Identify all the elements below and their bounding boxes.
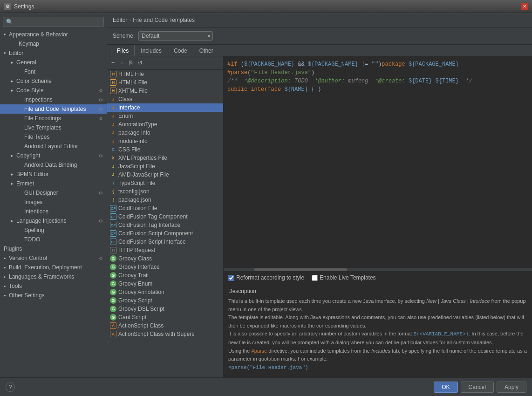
- sidebar-item-other-settings[interactable]: ▸Other Settings: [0, 291, 107, 300]
- file-item-gant-script[interactable]: GGant Script: [107, 313, 223, 321]
- file-item-xml-properties[interactable]: XXML Properties File: [107, 154, 223, 162]
- file-item-interface[interactable]: JInterface: [107, 103, 223, 112]
- sidebar-item-tools[interactable]: ▸Tools: [0, 281, 107, 291]
- reformat-checkbox-label[interactable]: Reformat according to style: [228, 274, 304, 281]
- footer-buttons: OK Cancel Apply: [434, 382, 526, 393]
- sidebar-item-appearance[interactable]: ▾Appearance & Behavior: [0, 30, 107, 39]
- main-layout: ▾Appearance & BehaviorKeymap▾Editor▸Gene…: [0, 13, 532, 377]
- file-item-actionscript-supers[interactable]: AActionScript Class with Supers: [107, 330, 223, 338]
- file-item-xhtml-file[interactable]: HXHTML File: [107, 87, 223, 95]
- sidebar-item-gui-designer[interactable]: GUI Designer⚙: [0, 188, 107, 198]
- groovy-icon: G: [110, 280, 116, 287]
- expand-icon: ▸: [4, 284, 6, 288]
- sidebar-item-spelling[interactable]: Spelling: [0, 225, 107, 235]
- sidebar-item-editor[interactable]: ▾Editor: [0, 48, 107, 58]
- sidebar-label: Languages & Frameworks: [9, 273, 74, 280]
- live-templates-checkbox[interactable]: [312, 275, 318, 281]
- add-button[interactable]: +: [109, 58, 117, 68]
- sidebar-item-language-injections[interactable]: ▸Language Injections⚙: [0, 216, 107, 225]
- sidebar-item-languages-frameworks[interactable]: ▸Languages & Frameworks: [0, 272, 107, 281]
- file-item-groovy-enum[interactable]: GGroovy Enum: [107, 280, 223, 288]
- file-item-groovy-script[interactable]: GGroovy Script: [107, 296, 223, 305]
- file-item-html-file[interactable]: HHTML File: [107, 70, 223, 78]
- file-item-groovy-dsl-script[interactable]: GGroovy DSL Script: [107, 305, 223, 313]
- sidebar-item-android-data-binding[interactable]: Android Data Binding: [0, 160, 107, 170]
- json-icon: {: [110, 188, 116, 195]
- sidebar-item-images[interactable]: Images: [0, 198, 107, 207]
- cancel-button[interactable]: Cancel: [461, 382, 494, 393]
- tab-other[interactable]: Other: [193, 45, 219, 56]
- file-item-module-info[interactable]: Jmodule-info: [107, 137, 223, 145]
- file-item-amd-javascript[interactable]: JAMD JavaScript File: [107, 171, 223, 179]
- file-item-coldfusion-tag-component[interactable]: CFColdFusion Tag Component: [107, 212, 223, 221]
- sidebar-item-build-exec-deploy[interactable]: ▸Build, Execution, Deployment: [0, 263, 107, 272]
- file-item-groovy-trait[interactable]: GGroovy Trait: [107, 271, 223, 280]
- copy-button[interactable]: ⎘: [127, 58, 135, 68]
- sidebar-item-android-layout-editor[interactable]: Android Layout Editor: [0, 142, 107, 151]
- sidebar-item-intentions[interactable]: Intentions: [0, 207, 107, 216]
- help-button[interactable]: ?: [6, 382, 15, 392]
- file-item-package-info[interactable]: Jpackage-info: [107, 129, 223, 137]
- file-item-actionscript-class[interactable]: AActionScript Class: [107, 321, 223, 330]
- sidebar-item-file-types[interactable]: File Types: [0, 132, 107, 142]
- tab-files[interactable]: Files: [111, 45, 135, 56]
- sidebar-item-font[interactable]: Font: [0, 67, 107, 76]
- groovy-icon: G: [110, 289, 116, 295]
- sidebar-item-file-encodings[interactable]: File Encodings⚙: [0, 114, 107, 123]
- reformat-checkbox[interactable]: [228, 275, 234, 281]
- file-item-javascript-file[interactable]: JJavaScript File: [107, 162, 223, 171]
- sidebar-item-color-scheme[interactable]: ▸Color Scheme: [0, 76, 107, 86]
- sidebar-item-general[interactable]: ▸General: [0, 58, 107, 67]
- sidebar-label: Version Control: [9, 255, 47, 261]
- file-item-groovy-class[interactable]: GGroovy Class: [107, 254, 223, 263]
- sidebar-label: Android Layout Editor: [24, 143, 78, 150]
- tab-code[interactable]: Code: [168, 45, 193, 56]
- sidebar-item-keymap[interactable]: Keymap: [0, 39, 107, 48]
- scheme-select[interactable]: Default Project: [138, 31, 213, 41]
- code-editor[interactable]: #if (${PACKAGE_NAME} && ${PACKAGE_NAME} …: [224, 56, 532, 267]
- file-item-coldfusion-script-interface[interactable]: CFColdFusion Script Interface: [107, 238, 223, 246]
- file-item-groovy-interface[interactable]: GGroovy Interface: [107, 263, 223, 271]
- content-area: Editor › File and Code Templates Scheme:…: [107, 13, 532, 377]
- file-item-http-request[interactable]: HHTTP Request: [107, 246, 223, 254]
- file-item-tsconfig-json[interactable]: {tsconfig.json: [107, 187, 223, 196]
- footer-left: ?: [6, 382, 15, 392]
- sidebar-label: Keymap: [19, 41, 39, 47]
- file-item-package-json[interactable]: {package.json: [107, 196, 223, 204]
- apply-button[interactable]: Apply: [497, 382, 526, 393]
- sidebar-item-inspections[interactable]: Inspections⚙: [0, 95, 107, 104]
- remove-button[interactable]: −: [118, 58, 126, 68]
- file-item-enum[interactable]: JEnum: [107, 112, 223, 120]
- sidebar-item-file-code-templates[interactable]: File and Code Templates⚙: [0, 104, 107, 114]
- sidebar-item-live-templates[interactable]: Live Templates: [0, 123, 107, 132]
- close-button[interactable]: ✕: [521, 3, 528, 10]
- file-item-html4-file[interactable]: HHTML4 File: [107, 78, 223, 87]
- file-item-groovy-annotation[interactable]: GGroovy Annotation: [107, 288, 223, 296]
- file-item-typescript-file[interactable]: TTypeScript File: [107, 179, 223, 187]
- file-item-coldfusion-file[interactable]: CFColdFusion File: [107, 204, 223, 212]
- groovy-icon: G: [110, 314, 116, 321]
- ok-button[interactable]: OK: [434, 382, 457, 393]
- reset-button[interactable]: ↺: [136, 58, 145, 68]
- sidebar-item-code-style[interactable]: ▸Code Style⚙: [0, 86, 107, 95]
- file-label: Groovy Script: [118, 297, 152, 304]
- sidebar-item-bpmn-editor[interactable]: ▸BPMN Editor: [0, 170, 107, 179]
- file-item-coldfusion-tag-interface[interactable]: CFColdFusion Tag Interface: [107, 221, 223, 229]
- sidebar-item-todo[interactable]: TODO: [0, 235, 107, 244]
- live-templates-checkbox-label[interactable]: Enable Live Templates: [312, 274, 376, 281]
- file-item-class[interactable]: JClass: [107, 95, 223, 103]
- search-input[interactable]: [3, 17, 104, 27]
- tab-includes[interactable]: Includes: [135, 45, 168, 56]
- sidebar-item-plugins[interactable]: Plugins: [0, 244, 107, 253]
- scheme-row: Scheme: Default Project: [107, 27, 532, 45]
- file-item-annotation-type[interactable]: JAnnotationType: [107, 120, 223, 129]
- settings-icon: ⚙: [99, 256, 103, 261]
- code-scrollbar[interactable]: [224, 267, 532, 271]
- sidebar-item-version-control[interactable]: ▸Version Control⚙: [0, 253, 107, 263]
- sidebar-item-emmet[interactable]: ▸Emmet: [0, 179, 107, 188]
- file-item-coldfusion-script-component[interactable]: CFColdFusion Script Component: [107, 229, 223, 238]
- file-label: Groovy Class: [118, 255, 152, 262]
- file-label: Groovy Interface: [118, 264, 160, 270]
- file-item-css-file[interactable]: CCSS File: [107, 145, 223, 154]
- sidebar-item-copyright[interactable]: ▸Copyright⚙: [0, 151, 107, 160]
